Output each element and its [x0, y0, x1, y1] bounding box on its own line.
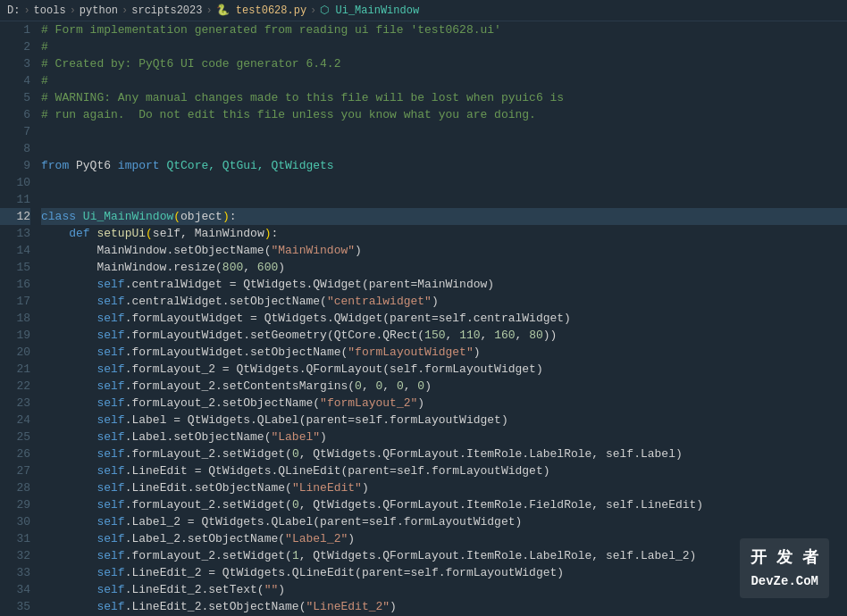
token: # — [41, 74, 48, 87]
token: ( — [146, 227, 153, 240]
breadcrumb-srcipts: srcipts2023 — [131, 4, 202, 17]
token: .LineEdit = QtWidgets.QLineEdit(parent=s… — [125, 464, 550, 478]
token: object — [180, 210, 222, 223]
token — [41, 278, 96, 291]
token: 0 — [292, 498, 299, 512]
token: ) — [474, 345, 481, 359]
token: )) — [543, 329, 558, 342]
token — [41, 413, 96, 427]
token: ) — [355, 244, 362, 257]
token: : — [230, 210, 237, 223]
token — [41, 447, 96, 461]
code-line — [41, 123, 847, 140]
token: # — [41, 40, 48, 54]
line-number: 17 — [0, 293, 30, 310]
code-line: from PyQt6 import QtCore, QtGui, QtWidge… — [41, 157, 847, 174]
token — [41, 549, 96, 562]
token: , — [516, 329, 530, 342]
token — [41, 345, 96, 359]
token: "MainWindow" — [271, 244, 355, 257]
line-number: 5 — [0, 89, 30, 106]
code-line: self.LineEdit_2 = QtWidgets.QLineEdit(pa… — [41, 564, 847, 581]
token: 0 — [355, 379, 362, 393]
token: self — [96, 278, 124, 291]
token: .LineEdit_2.setText( — [125, 583, 264, 596]
token: 0 — [397, 379, 404, 393]
token: self, MainWindow — [153, 227, 264, 240]
token: MainWindow.setObjectName( — [41, 244, 271, 257]
token: : — [272, 227, 279, 240]
token: , QtWidgets.QFormLayout.ItemRole.LabelRo… — [299, 549, 697, 562]
token: .formLayoutWidget.setGeometry(QtCore.QRe… — [125, 329, 424, 342]
code-line: # — [41, 38, 847, 55]
token: Ui_MainWindow — [83, 210, 173, 223]
token: from — [41, 159, 69, 172]
token: , — [481, 329, 495, 342]
code-line: self.formLayoutWidget = QtWidgets.QWidge… — [41, 310, 847, 327]
token: self — [96, 549, 124, 562]
token: PyQt6 — [69, 159, 118, 172]
code-line: self.formLayout_2.setWidget(1, QtWidgets… — [41, 547, 847, 564]
token: 110 — [459, 329, 480, 342]
token — [41, 379, 96, 393]
code-line: self.centralWidget.setObjectName("centra… — [41, 293, 847, 310]
line-number: 11 — [0, 191, 30, 208]
code-line: def setupUi(self, MainWindow): — [41, 225, 847, 242]
token — [41, 600, 96, 613]
line-number: 3 — [0, 55, 30, 72]
line-number: 6 — [0, 106, 30, 123]
code-line: self.Label_2 = QtWidgets.QLabel(parent=s… — [41, 513, 847, 530]
token: , — [243, 261, 257, 274]
token — [41, 430, 96, 444]
line-number: 13 — [0, 225, 30, 242]
token: "Label" — [271, 430, 320, 444]
token: self — [96, 481, 124, 495]
token: self — [96, 464, 124, 478]
token: , — [446, 329, 460, 342]
token — [41, 396, 96, 410]
line-numbers: 1234567891011121314151617181920212223242… — [0, 21, 38, 616]
line-number: 25 — [0, 429, 30, 445]
token — [41, 362, 96, 376]
line-number: 12 — [0, 208, 30, 225]
token: self — [96, 566, 124, 579]
token: .formLayout_2.setWidget( — [125, 549, 292, 562]
token: # WARNING: Any manual changes made to th… — [41, 91, 564, 104]
token: QtCore, QtGui, QtWidgets — [160, 159, 334, 172]
line-number: 7 — [0, 123, 30, 140]
token: .Label_2.setObjectName( — [125, 532, 285, 545]
token: self — [96, 329, 124, 342]
token: .formLayout_2.setWidget( — [125, 447, 292, 461]
code-line: self.formLayoutWidget.setObjectName("for… — [41, 344, 847, 361]
breadcrumb-python: python — [80, 4, 118, 17]
code-line: self.formLayout_2.setWidget(0, QtWidgets… — [41, 445, 847, 462]
token: .formLayout_2 = QtWidgets.QFormLayout(se… — [125, 362, 543, 376]
code-line: self.LineEdit_2.setText("") — [41, 581, 847, 598]
token: self — [96, 345, 124, 359]
token: 0 — [417, 379, 424, 393]
code-area[interactable]: # Form implementation generated from rea… — [38, 21, 847, 616]
token: .Label = QtWidgets.QLabel(parent=self.fo… — [125, 413, 508, 427]
token: ) — [278, 583, 285, 596]
token: ) — [424, 379, 432, 393]
code-line: MainWindow.resize(800, 600) — [41, 259, 847, 276]
token: self — [96, 362, 124, 376]
line-number: 18 — [0, 310, 30, 327]
token: 1 — [292, 549, 299, 562]
token: ) — [264, 227, 272, 240]
token: self — [96, 515, 124, 529]
token — [41, 583, 96, 596]
code-line: # Form implementation generated from rea… — [41, 21, 847, 38]
token: # Created by: PyQt6 UI code generator 6.… — [41, 57, 340, 71]
token: .Label_2 = QtWidgets.QLabel(parent=self.… — [125, 515, 523, 529]
token — [41, 498, 96, 512]
token: # Form implementation generated from rea… — [41, 23, 501, 37]
code-line: self.centralWidget = QtWidgets.QWidget(p… — [41, 276, 847, 293]
token: .Label.setObjectName( — [125, 430, 272, 444]
token: "formLayoutWidget" — [348, 345, 473, 359]
code-line: # Created by: PyQt6 UI code generator 6.… — [41, 55, 847, 72]
token — [76, 210, 83, 223]
token: , — [362, 379, 376, 393]
token: .LineEdit.setObjectName( — [125, 481, 292, 495]
token: MainWindow.resize( — [41, 261, 222, 274]
